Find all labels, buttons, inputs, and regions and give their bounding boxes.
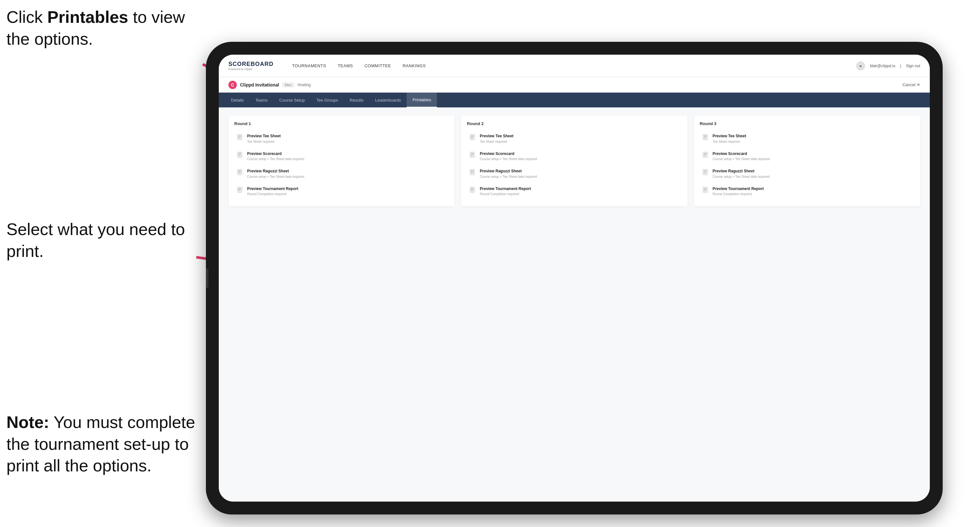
- header-right: ● blair@clippd.io | Sign out: [856, 62, 920, 70]
- round1-raguzzi-title: Preview Raguzzi Sheet: [247, 169, 304, 174]
- round-1-title: Round 1: [234, 121, 449, 126]
- tablet-frame: SCOREBOARD Powered by clippd TOURNAMENTS…: [206, 42, 943, 514]
- app-header: SCOREBOARD Powered by clippd TOURNAMENTS…: [219, 55, 930, 77]
- doc-icon-r2-3: [469, 169, 476, 178]
- round2-scorecard-text: Preview Scorecard Course setup + Tee She…: [480, 151, 537, 162]
- round2-tee-sheet[interactable]: Preview Tee Sheet Tee Sheet required: [467, 130, 681, 147]
- round2-tee-sheet-title: Preview Tee Sheet: [480, 134, 514, 139]
- round2-tournament-report-sub: Round Completion required: [480, 192, 531, 196]
- round1-tee-sheet-sub: Tee Sheet required: [247, 140, 281, 144]
- tournament-title: C Clippd Invitational Men Hosting: [228, 81, 310, 89]
- user-avatar: ●: [856, 62, 865, 70]
- nav-committee[interactable]: COMMITTEE: [359, 55, 397, 77]
- tournament-tag: Men: [282, 82, 294, 87]
- round2-raguzzi-text: Preview Raguzzi Sheet Course setup + Tee…: [480, 169, 537, 179]
- annotation-bold-printables: Printables: [47, 8, 128, 26]
- document-icon-4: [237, 187, 244, 195]
- main-content: Round 1 Preview Tee Sheet Tee Sheet requ…: [219, 107, 930, 502]
- logo-sub: Powered by clippd: [228, 68, 274, 71]
- round1-tournament-report-title: Preview Tournament Report: [247, 186, 298, 192]
- svg-rect-3: [237, 134, 242, 140]
- annotation-top: Click Printables to view the options.: [6, 6, 193, 50]
- svg-rect-39: [703, 152, 708, 157]
- document-icon-3: [237, 169, 244, 178]
- round1-tee-sheet-text: Preview Tee Sheet Tee Sheet required: [247, 134, 281, 144]
- document-icon: [237, 134, 244, 143]
- doc-icon-r2-1: [469, 134, 476, 143]
- nav-teams[interactable]: TEAMS: [332, 55, 359, 77]
- tab-printables[interactable]: Printables: [407, 93, 437, 107]
- round3-raguzzi-text: Preview Raguzzi Sheet Course setup + Tee…: [713, 169, 770, 179]
- round3-scorecard-sub: Course setup + Tee Sheet data required: [713, 157, 770, 161]
- round2-raguzzi[interactable]: Preview Raguzzi Sheet Course setup + Tee…: [467, 166, 681, 182]
- tournament-name: Clippd Invitational: [240, 82, 279, 87]
- round1-tee-sheet[interactable]: Preview Tee Sheet Tee Sheet required: [234, 130, 449, 147]
- tab-details[interactable]: Details: [225, 93, 250, 107]
- round3-tournament-report-title: Preview Tournament Report: [713, 186, 764, 192]
- round3-tee-sheet-text: Preview Tee Sheet Tee Sheet required: [713, 134, 746, 144]
- round1-raguzzi[interactable]: Preview Raguzzi Sheet Course setup + Tee…: [234, 166, 449, 182]
- round2-raguzzi-title: Preview Raguzzi Sheet: [480, 169, 537, 174]
- document-icon-2: [237, 152, 244, 160]
- round1-tournament-report-text: Preview Tournament Report Round Completi…: [247, 186, 298, 197]
- annotation-middle: Select what you need to print.: [6, 219, 193, 262]
- svg-rect-19: [470, 134, 474, 140]
- svg-rect-31: [470, 187, 474, 193]
- tab-tee-groups[interactable]: Tee Groups: [311, 93, 344, 107]
- tab-bar: Details Teams Course Setup Tee Groups Re…: [219, 93, 930, 107]
- annotation-note-bold: Note:: [6, 413, 49, 432]
- main-nav: TOURNAMENTS TEAMS COMMITTEE RANKINGS: [286, 55, 856, 77]
- user-email: blair@clippd.io: [870, 63, 896, 68]
- nav-tournaments[interactable]: TOURNAMENTS: [286, 55, 332, 77]
- round-3-section: Round 3 Preview Tee Sheet Tee Sheet requ…: [694, 116, 920, 206]
- round3-raguzzi[interactable]: Preview Raguzzi Sheet Course setup + Tee…: [700, 166, 914, 182]
- svg-rect-35: [703, 134, 708, 140]
- round2-tournament-report[interactable]: Preview Tournament Report Round Completi…: [467, 183, 681, 200]
- round1-tournament-report-sub: Round Completion required: [247, 192, 298, 196]
- doc-icon-r3-1: [702, 134, 710, 143]
- tab-results[interactable]: Results: [344, 93, 369, 107]
- round3-tournament-report-sub: Round Completion required: [713, 192, 764, 196]
- doc-icon-r3-2: [702, 152, 710, 160]
- round-2-section: Round 2 Preview Tee Sheet Tee Sheet requ…: [461, 116, 687, 206]
- sign-out-separator: |: [900, 63, 901, 68]
- rounds-grid: Round 1 Preview Tee Sheet Tee Sheet requ…: [228, 116, 920, 206]
- svg-rect-43: [703, 169, 708, 175]
- round3-tee-sheet[interactable]: Preview Tee Sheet Tee Sheet required: [700, 130, 914, 147]
- doc-icon-r3-4: [702, 187, 710, 195]
- round1-scorecard-text: Preview Scorecard Course setup + Tee She…: [247, 151, 304, 162]
- doc-icon-r2-2: [469, 152, 476, 160]
- scoreboard-logo: SCOREBOARD Powered by clippd: [228, 61, 274, 71]
- round1-scorecard[interactable]: Preview Scorecard Course setup + Tee She…: [234, 148, 449, 165]
- round1-scorecard-title: Preview Scorecard: [247, 151, 304, 157]
- round3-scorecard[interactable]: Preview Scorecard Course setup + Tee She…: [700, 148, 914, 165]
- round2-scorecard-title: Preview Scorecard: [480, 151, 537, 157]
- doc-icon-r2-4: [469, 187, 476, 195]
- svg-rect-47: [703, 187, 708, 193]
- tablet-side-button: [206, 268, 208, 288]
- svg-rect-23: [470, 152, 474, 157]
- round2-tournament-report-title: Preview Tournament Report: [480, 186, 531, 192]
- svg-rect-15: [237, 187, 242, 193]
- round-1-section: Round 1 Preview Tee Sheet Tee Sheet requ…: [228, 116, 455, 206]
- svg-rect-11: [237, 169, 242, 175]
- round-3-title: Round 3: [700, 121, 914, 126]
- round2-scorecard[interactable]: Preview Scorecard Course setup + Tee She…: [467, 148, 681, 165]
- tab-teams[interactable]: Teams: [250, 93, 274, 107]
- tab-course-setup[interactable]: Course Setup: [274, 93, 311, 107]
- cancel-button[interactable]: Cancel ✕: [902, 82, 920, 87]
- sign-out-link[interactable]: Sign out: [906, 63, 920, 68]
- round1-tournament-report[interactable]: Preview Tournament Report Round Completi…: [234, 183, 449, 200]
- round3-tournament-report[interactable]: Preview Tournament Report Round Completi…: [700, 183, 914, 200]
- round2-tee-sheet-sub: Tee Sheet required: [480, 140, 514, 144]
- round3-raguzzi-sub: Course setup + Tee Sheet data required: [713, 175, 770, 179]
- tab-leaderboards[interactable]: Leaderboards: [369, 93, 407, 107]
- hosting-label: Hosting: [298, 83, 311, 87]
- tablet-screen: SCOREBOARD Powered by clippd TOURNAMENTS…: [219, 55, 930, 502]
- nav-rankings[interactable]: RANKINGS: [397, 55, 431, 77]
- round3-scorecard-text: Preview Scorecard Course setup + Tee She…: [713, 151, 770, 162]
- svg-rect-27: [470, 169, 474, 175]
- round2-raguzzi-sub: Course setup + Tee Sheet data required: [480, 175, 537, 179]
- round2-tournament-report-text: Preview Tournament Report Round Completi…: [480, 186, 531, 197]
- round1-tee-sheet-title: Preview Tee Sheet: [247, 134, 281, 139]
